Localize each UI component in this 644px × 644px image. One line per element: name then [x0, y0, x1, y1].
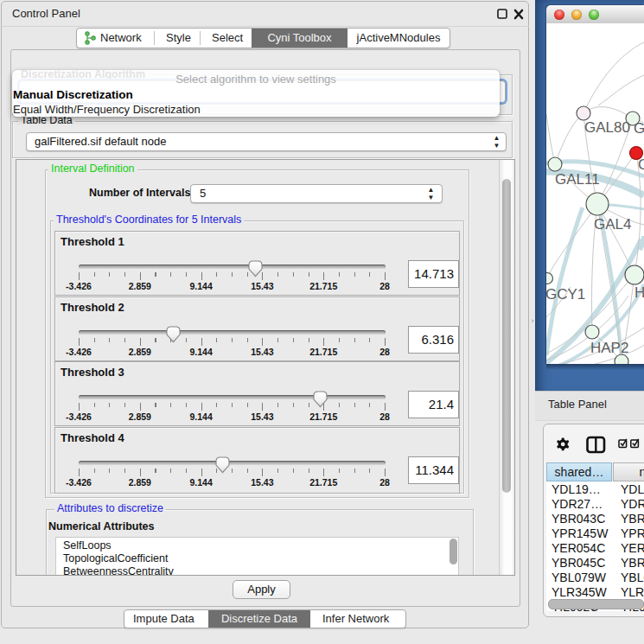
- svg-text:GAL4: GAL4: [594, 216, 631, 233]
- svg-text:HA: HA: [634, 284, 644, 301]
- svg-text:HAP2: HAP2: [590, 340, 628, 356]
- svg-text:GA: GA: [634, 120, 644, 137]
- svg-text:C: C: [638, 156, 644, 173]
- svg-text:GAL80: GAL80: [584, 119, 630, 136]
- svg-text:GAL11: GAL11: [555, 171, 600, 188]
- svg-text:GCY1: GCY1: [546, 286, 585, 303]
